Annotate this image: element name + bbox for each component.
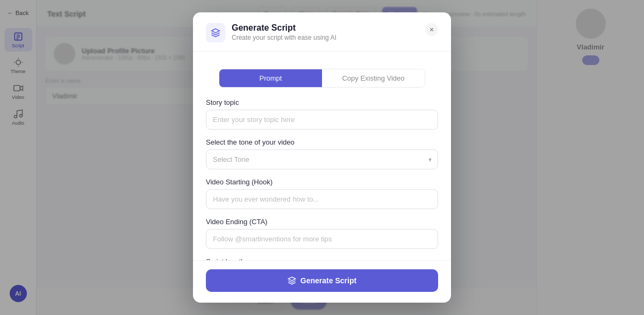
- modal-close-button[interactable]: ×: [425, 23, 438, 36]
- modal-header: Generate Script Create your script with …: [193, 12, 451, 52]
- modal-header-text: Generate Script Create your script with …: [232, 23, 419, 41]
- tone-label: Select the tone of your video: [206, 138, 438, 146]
- modal-footer: Generate Script: [193, 260, 451, 303]
- hook-label: Video Starting (Hook): [206, 178, 438, 186]
- generate-icon: [288, 276, 296, 285]
- modal-title: Generate Script: [232, 23, 419, 33]
- story-topic-label: Story topic: [206, 98, 438, 106]
- modal-subtitle: Create your script with ease using AI: [232, 34, 419, 41]
- tab-copy-existing[interactable]: Copy Existing Video: [322, 69, 425, 87]
- modal-tabs: Prompt Copy Existing Video: [219, 69, 425, 88]
- modal-overlay: Generate Script Create your script with …: [0, 0, 644, 315]
- cta-group: Video Ending (CTA): [206, 218, 438, 249]
- cta-input[interactable]: [206, 229, 438, 249]
- story-topic-group: Story topic: [206, 98, 438, 130]
- modal-body: Story topic Select the tone of your vide…: [193, 88, 451, 260]
- tab-prompt[interactable]: Prompt: [219, 69, 322, 87]
- generate-script-modal: Generate Script Create your script with …: [193, 12, 451, 303]
- tone-select-wrapper: Select Tone Professional Casual Humorous…: [206, 149, 438, 169]
- tone-select[interactable]: Select Tone Professional Casual Humorous…: [206, 149, 438, 169]
- cta-label: Video Ending (CTA): [206, 218, 438, 226]
- modal-header-icon: [206, 23, 225, 42]
- hook-input[interactable]: [206, 189, 438, 209]
- hook-group: Video Starting (Hook): [206, 178, 438, 209]
- story-topic-input[interactable]: [206, 110, 438, 130]
- tone-group: Select the tone of your video Select Ton…: [206, 138, 438, 169]
- generate-btn-label: Generate Script: [300, 276, 356, 285]
- generate-script-button[interactable]: Generate Script: [206, 269, 438, 292]
- modal-tabs-container: Prompt Copy Existing Video: [193, 60, 451, 88]
